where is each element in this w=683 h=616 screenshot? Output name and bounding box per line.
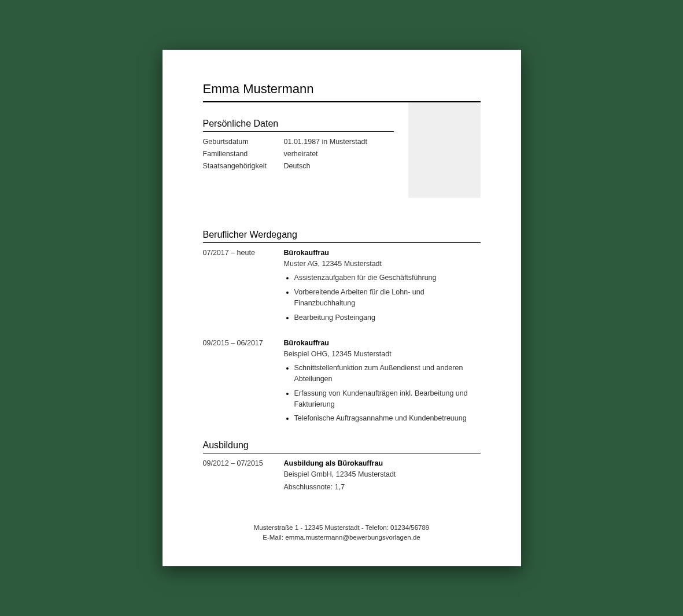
bullet-item: Erfassung von Kundenaufträgen inkl. Bear… — [284, 388, 481, 410]
nationality-label: Staatsangehörigkeit — [203, 162, 284, 170]
entry-title: Bürokauffrau — [284, 339, 481, 347]
entry-title: Ausbildung als Bürokauffrau — [284, 459, 481, 467]
career-heading: Beruflicher Werdegang — [203, 230, 481, 243]
bullet-item: Telefonische Auftragsannahme und Kundenb… — [284, 413, 481, 424]
bullet-item: Assistenzaufgaben für die Geschäftsführu… — [284, 272, 481, 283]
footer-line-address: Musterstraße 1 - 12345 Musterstadt - Tel… — [203, 523, 481, 533]
photo-placeholder — [408, 102, 481, 198]
bullet-item: Schnittstellenfunktion zum Außendienst u… — [284, 363, 481, 385]
nationality-value: Deutsch — [284, 162, 311, 170]
career-entry: 07/2017 – heute Bürokauffrau Muster AG, … — [203, 249, 481, 326]
education-heading: Ausbildung — [203, 440, 481, 453]
entry-subtitle: Beispiel GmbH, 12345 Musterstadt — [284, 470, 481, 478]
entry-date: 09/2015 – 06/2017 — [203, 339, 284, 427]
footer: Musterstraße 1 - 12345 Musterstadt - Tel… — [203, 523, 481, 543]
entry-date: 07/2017 – heute — [203, 249, 284, 326]
footer-line-email: E-Mail: emma.mustermann@bewerbungsvorlag… — [203, 533, 481, 543]
entry-content: Bürokauffrau Muster AG, 12345 Musterstad… — [284, 249, 481, 326]
entry-content: Ausbildung als Bürokauffrau Beispiel Gmb… — [284, 459, 481, 494]
entry-date: 09/2012 – 07/2015 — [203, 459, 284, 494]
personal-heading: Persönliche Daten — [203, 119, 394, 132]
entry-title: Bürokauffrau — [284, 249, 481, 257]
resume-page: Emma Mustermann Persönliche Daten Geburt… — [163, 50, 521, 566]
birth-label: Geburtsdatum — [203, 138, 284, 146]
entry-note: Abschlussnote: 1,7 — [284, 483, 481, 491]
career-entry: 09/2015 – 06/2017 Bürokauffrau Beispiel … — [203, 339, 481, 427]
birth-value: 01.01.1987 in Musterstadt — [284, 138, 368, 146]
entry-bullets: Schnittstellenfunktion zum Außendienst u… — [284, 363, 481, 424]
entry-subtitle: Muster AG, 12345 Musterstadt — [284, 260, 481, 268]
marital-value: verheiratet — [284, 150, 318, 158]
entry-content: Bürokauffrau Beispiel OHG, 12345 Musters… — [284, 339, 481, 427]
entry-bullets: Assistenzaufgaben für die Geschäftsführu… — [284, 272, 481, 323]
bullet-item: Bearbeitung Posteingang — [284, 312, 481, 323]
personal-section: Persönliche Daten Geburtsdatum 01.01.198… — [203, 119, 481, 217]
entry-subtitle: Beispiel OHG, 12345 Musterstadt — [284, 350, 481, 358]
applicant-name: Emma Mustermann — [203, 82, 481, 97]
education-entry: 09/2012 – 07/2015 Ausbildung als Bürokau… — [203, 459, 481, 494]
personal-row-birth: Geburtsdatum 01.01.1987 in Musterstadt — [203, 138, 394, 146]
marital-label: Familienstand — [203, 150, 284, 158]
personal-row-marital: Familienstand verheiratet — [203, 150, 394, 158]
bullet-item: Vorbereitende Arbeiten für die Lohn- und… — [284, 287, 481, 309]
personal-row-nationality: Staatsangehörigkeit Deutsch — [203, 162, 394, 170]
